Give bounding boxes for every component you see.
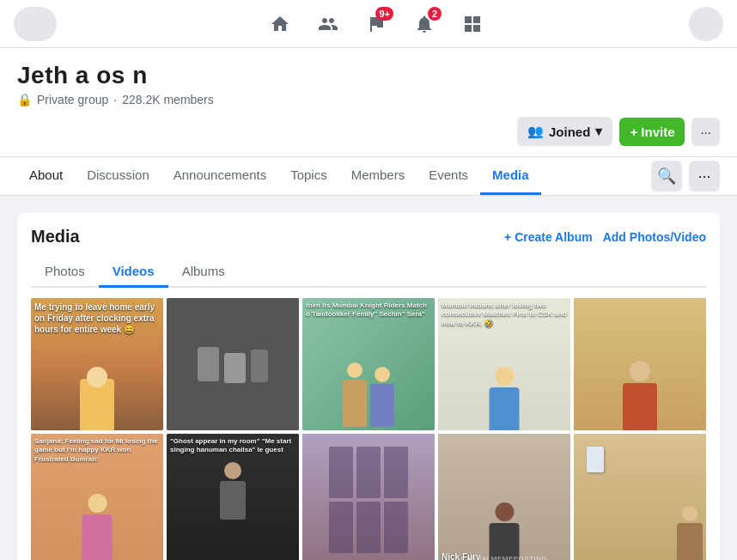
flag-badge: 9+ [375, 7, 393, 21]
group-type: Private group [37, 93, 108, 107]
tab-about[interactable]: About [17, 157, 75, 195]
video-thumb-10[interactable] [574, 434, 706, 560]
group-actions: 👥 Joined ▾ + Invite ··· [17, 117, 720, 156]
dropdown-arrow-icon: ▾ [595, 124, 602, 139]
friends-icon-button[interactable] [308, 3, 349, 45]
friends-icon [318, 14, 338, 34]
media-header-actions: + Create Album Add Photos/Video [504, 230, 706, 244]
nav-search-actions: 🔍 ··· [651, 161, 720, 192]
search-icon: 🔍 [657, 167, 676, 186]
user-avatar[interactable] [689, 7, 723, 41]
joined-label: Joined [549, 125, 590, 139]
group-meta: 🔒 Private group · 228.2K members [17, 93, 720, 107]
nav-icons-group: 9+ 2 [259, 3, 493, 45]
tab-media[interactable]: Media [480, 157, 541, 195]
notifications-icon-button[interactable]: 2 [404, 3, 445, 45]
media-section: Media + Create Album Add Photos/Video Ph… [17, 213, 720, 560]
video-thumb-7-text: "Ghost appear in my room" "Me start sing… [170, 437, 295, 455]
meta-dot: · [113, 93, 117, 107]
group-title: Jeth a os n [17, 62, 720, 89]
video-thumb-9[interactable]: Nick Fury CASUALMEMEPOSTING [438, 434, 570, 560]
more-options-button[interactable]: ··· [689, 161, 720, 192]
tab-members[interactable]: Members [339, 157, 417, 195]
home-icon-button[interactable] [259, 3, 301, 45]
group-header: Jeth a os n 🔒 Private group · 228.2K mem… [0, 48, 737, 157]
more-button[interactable]: ··· [691, 118, 720, 146]
search-button[interactable]: 🔍 [651, 161, 682, 192]
group-nav-tabs: About Discussion Announcements Topics Me… [17, 157, 651, 195]
invite-label: + Invite [630, 125, 674, 139]
video-thumb-6-text: Sanjana: Feeling sad for MI losing the g… [34, 437, 160, 464]
home-icon [270, 14, 290, 34]
more-dots-icon: ··· [700, 125, 711, 139]
video-thumb-6[interactable]: Sanjana: Feeling sad for MI losing the g… [31, 434, 163, 560]
video-thumb-1[interactable]: Me trying to leave home early on Friday … [31, 298, 163, 430]
video-thumb-3-text: then Its Mumbai Knight Riders Match o Ta… [306, 301, 431, 320]
tab-discussion[interactable]: Discussion [75, 157, 161, 195]
group-navigation: About Discussion Announcements Topics Me… [0, 157, 737, 196]
video-thumb-5[interactable] [574, 298, 706, 430]
video-thumb-2[interactable] [167, 298, 299, 430]
tab-topics[interactable]: Topics [278, 157, 339, 195]
media-tab-albums[interactable]: Albums [168, 257, 239, 288]
notifications-badge: 2 [428, 7, 442, 21]
menu-grid-icon [462, 14, 483, 34]
media-title: Media [31, 227, 80, 247]
group-members: 228.2K members [122, 93, 214, 107]
people-icon: 👥 [527, 124, 544, 139]
media-tab-videos[interactable]: Videos [99, 257, 168, 288]
flag-icon-button[interactable]: 9+ [356, 3, 397, 45]
add-photos-button[interactable]: Add Photos/Video [603, 230, 706, 244]
joined-button[interactable]: 👥 Joined ▾ [517, 117, 612, 146]
top-navigation: 9+ 2 [0, 0, 737, 48]
lock-icon: 🔒 [17, 93, 32, 107]
video-row-2: Sanjana: Feeling sad for MI losing the g… [31, 434, 706, 560]
media-header: Media + Create Album Add Photos/Video [31, 227, 706, 247]
create-album-button[interactable]: + Create Album [504, 230, 593, 244]
invite-button[interactable]: + Invite [619, 118, 685, 146]
video-thumb-8[interactable] [302, 434, 435, 560]
tab-announcements[interactable]: Announcements [161, 157, 278, 195]
video-row-1: Me trying to leave home early on Friday … [31, 298, 706, 430]
video-thumb-1-text: Me trying to leave home early on Friday … [34, 301, 160, 335]
video-thumb-4[interactable]: Mumbai Indians after losing two consecut… [438, 298, 570, 430]
media-tabs: Photos Videos Albums [31, 257, 706, 288]
video-thumb-4-text: Mumbai Indians after losing two consecut… [442, 301, 567, 328]
logo [14, 7, 57, 41]
main-content: Media + Create Album Add Photos/Video Ph… [0, 196, 737, 560]
video-thumb-7[interactable]: "Ghost appear in my room" "Me start sing… [167, 434, 299, 560]
video-thumb-3[interactable]: then Its Mumbai Knight Riders Match o Ta… [302, 298, 435, 430]
tab-events[interactable]: Events [417, 157, 480, 195]
media-tab-photos[interactable]: Photos [31, 257, 99, 288]
menu-grid-icon-button[interactable] [452, 3, 493, 45]
ellipsis-icon: ··· [697, 167, 710, 186]
video-thumb-9-watermark: CASUALMEMEPOSTING [438, 555, 570, 560]
